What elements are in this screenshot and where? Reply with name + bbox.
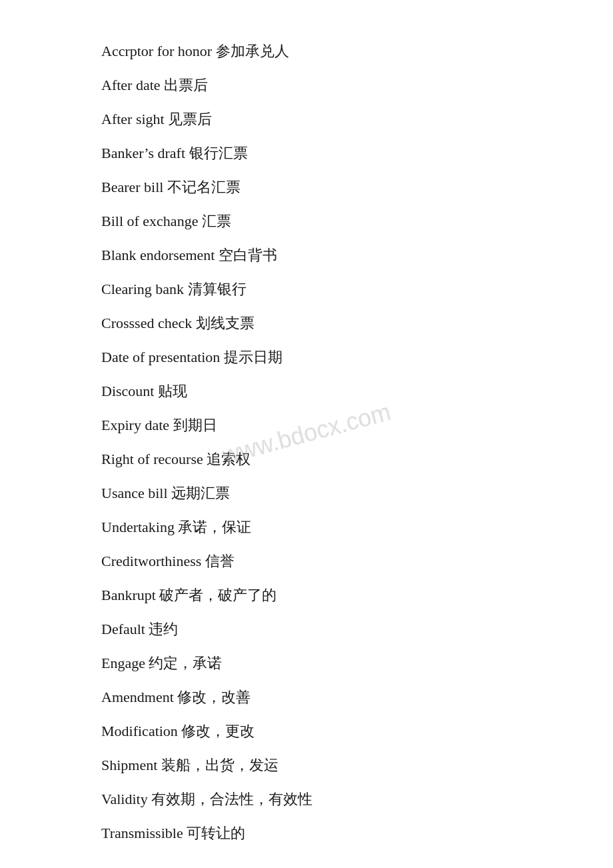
english-term: Usance bill	[101, 485, 171, 501]
list-item: Transmissible 可转让的	[101, 822, 512, 844]
english-term: Expiry date	[101, 417, 173, 433]
english-term: Accrptor for honor	[101, 43, 216, 59]
english-term: Banker’s draft	[101, 145, 189, 161]
chinese-translation: 贴现	[158, 383, 187, 399]
list-item: Bearer bill 不记名汇票	[101, 176, 512, 198]
chinese-translation: 有效期，合法性，有效性	[151, 791, 312, 807]
english-term: Clearing bank	[101, 281, 188, 297]
chinese-translation: 信誉	[205, 553, 235, 569]
english-term: Default	[101, 621, 149, 637]
english-term: Creditworthiness	[101, 553, 205, 569]
list-item: Validity 有效期，合法性，有效性	[101, 788, 512, 810]
list-item: Creditworthiness 信誉	[101, 550, 512, 572]
list-item: Blank endorsement 空白背书	[101, 244, 512, 266]
english-term: Date of presentation	[101, 349, 224, 365]
list-item: After sight 见票后	[101, 108, 512, 130]
english-term: Crosssed check	[101, 315, 196, 331]
list-item: Engage 约定，承诺	[101, 652, 512, 674]
list-item: Bankrupt 破产者，破产了的	[101, 584, 512, 606]
list-item: Modification 修改，更改	[101, 720, 512, 742]
chinese-translation: 出票后	[164, 77, 208, 93]
english-term: Engage	[101, 655, 149, 671]
chinese-translation: 承诺，保证	[178, 519, 251, 535]
english-term: Bearer bill	[101, 179, 167, 195]
list-item: Clearing bank 清算银行	[101, 278, 512, 300]
english-term: After date	[101, 77, 164, 93]
list-item: Banker’s draft 银行汇票	[101, 142, 512, 164]
chinese-translation: 参加承兑人	[216, 43, 289, 59]
list-item: Date of presentation 提示日期	[101, 346, 512, 368]
english-term: After sight	[101, 111, 168, 127]
english-term: Blank endorsement	[101, 247, 219, 263]
english-term: Right of recourse	[101, 451, 207, 467]
chinese-translation: 修改，更改	[181, 723, 255, 739]
chinese-translation: 划线支票	[196, 315, 255, 331]
list-item: Expiry date 到期日	[101, 414, 512, 436]
list-item: Default 违约	[101, 618, 512, 640]
chinese-translation: 追索权	[207, 451, 251, 467]
list-item: Discount 贴现	[101, 380, 512, 402]
list-item: After date 出票后	[101, 74, 512, 96]
english-term: Validity	[101, 791, 151, 807]
list-item: Accrptor for honor 参加承兑人	[101, 40, 512, 62]
chinese-translation: 空白背书	[219, 247, 277, 263]
english-term: Discount	[101, 383, 158, 399]
english-term: Transmissible	[101, 825, 187, 841]
list-item: Usance bill 远期汇票	[101, 482, 512, 504]
chinese-translation: 提示日期	[224, 349, 283, 365]
glossary-list: Accrptor for honor 参加承兑人After date 出票后Af…	[101, 40, 512, 844]
english-term: Bankrupt	[101, 587, 159, 603]
chinese-translation: 违约	[149, 621, 178, 637]
list-item: Bill of exchange 汇票	[101, 210, 512, 232]
english-term: Bill of exchange	[101, 213, 202, 229]
chinese-translation: 装船，出货，发运	[161, 757, 279, 773]
chinese-translation: 银行汇票	[189, 145, 248, 161]
chinese-translation: 汇票	[202, 213, 231, 229]
chinese-translation: 修改，改善	[177, 689, 251, 705]
chinese-translation: 清算银行	[188, 281, 247, 297]
chinese-translation: 约定，承诺	[149, 655, 222, 671]
english-term: Undertaking	[101, 519, 178, 535]
chinese-translation: 远期汇票	[171, 485, 230, 501]
english-term: Shipment	[101, 757, 161, 773]
list-item: Shipment 装船，出货，发运	[101, 754, 512, 776]
chinese-translation: 破产者，破产了的	[159, 587, 277, 603]
english-term: Amendment	[101, 689, 177, 705]
list-item: Crosssed check 划线支票	[101, 312, 512, 334]
list-item: Undertaking 承诺，保证	[101, 516, 512, 538]
chinese-translation: 不记名汇票	[167, 179, 241, 195]
list-item: Amendment 修改，改善	[101, 686, 512, 708]
list-item: Right of recourse 追索权	[101, 448, 512, 470]
chinese-translation: 到期日	[173, 417, 217, 433]
chinese-translation: 见票后	[168, 111, 212, 127]
chinese-translation: 可转让的	[187, 825, 245, 841]
english-term: Modification	[101, 723, 181, 739]
